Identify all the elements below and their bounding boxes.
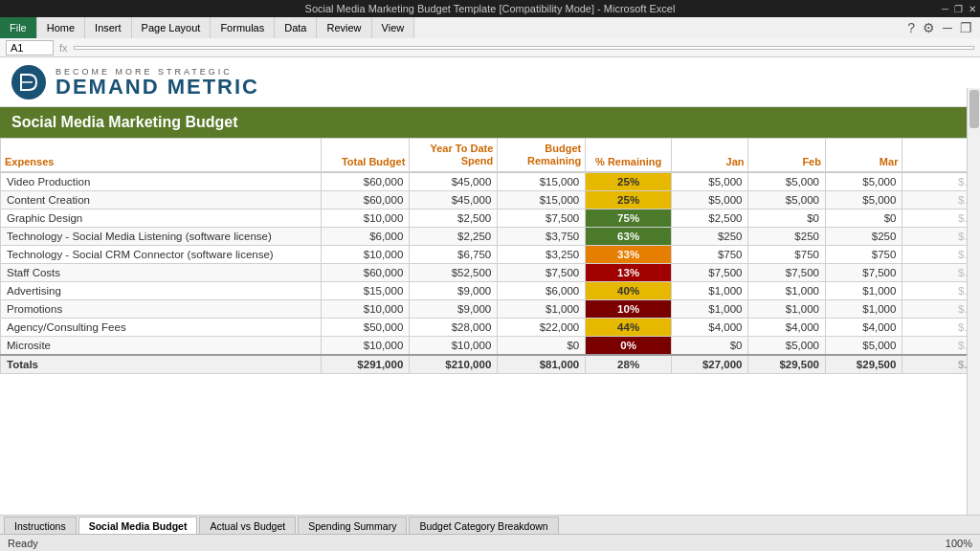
status-bar: Ready 100% xyxy=(0,534,980,551)
cell-mar: $5,000 xyxy=(825,191,902,209)
cell-feb: $1,000 xyxy=(748,300,825,319)
cell-ytd: $6,750 xyxy=(410,246,498,264)
tab-file[interactable]: File xyxy=(0,17,37,38)
cell-expense-name: Staff Costs xyxy=(1,264,322,282)
totals-ytd: $210,000 xyxy=(410,355,498,374)
sheet-tabs: InstructionsSocial Media BudgetActual vs… xyxy=(0,515,980,534)
close-icon[interactable]: ✕ xyxy=(969,4,976,14)
tab-review[interactable]: Review xyxy=(317,17,371,38)
tab-view[interactable]: View xyxy=(372,17,415,38)
cell-remaining: $15,000 xyxy=(498,172,586,191)
totals-mar: $29,500 xyxy=(825,355,902,374)
title-text: Social Media Marketing Budget Template [… xyxy=(305,3,676,14)
table-row[interactable]: Agency/Consulting Fees $50,000 $28,000 $… xyxy=(1,319,980,337)
tab-home[interactable]: Home xyxy=(37,17,85,38)
cell-ytd: $10,000 xyxy=(410,337,498,356)
cell-expense-name: Content Creation xyxy=(1,191,322,209)
title-bar: Social Media Marketing Budget Template [… xyxy=(0,0,980,17)
scrollbar-thumb[interactable] xyxy=(969,90,979,128)
cell-jan: $1,000 xyxy=(672,282,748,300)
cell-ref-box[interactable]: A1 xyxy=(6,40,54,55)
sheet-tab-social-media-budget[interactable]: Social Media Budget xyxy=(78,517,198,534)
cell-total: $10,000 xyxy=(322,300,410,319)
cell-jan: $5,000 xyxy=(672,191,748,209)
page-title: Social Media Marketing Budget xyxy=(0,107,980,138)
cell-remaining: $15,000 xyxy=(498,191,586,209)
totals-feb: $29,500 xyxy=(748,355,825,374)
ribbon-tabs: File Home Insert Page Layout Formulas Da… xyxy=(0,17,980,38)
header-expenses: Expenses xyxy=(1,139,322,173)
cell-remaining: $0 xyxy=(498,337,586,356)
sheet-tab-spending-summary[interactable]: Spending Summary xyxy=(298,517,407,534)
header-jan: Jan xyxy=(672,139,748,173)
header-pct-remaining: % Remaining xyxy=(586,139,672,173)
vertical-scrollbar[interactable] xyxy=(967,88,980,515)
cell-jan: $0 xyxy=(672,337,748,356)
cell-feb: $250 xyxy=(748,228,825,246)
cell-remaining: $1,000 xyxy=(498,300,586,319)
cell-pct: 10% xyxy=(586,300,672,319)
cell-pct: 40% xyxy=(586,282,672,300)
tab-formulas[interactable]: Formulas xyxy=(211,17,275,38)
cell-expense-name: Technology - Social CRM Connector (softw… xyxy=(1,246,322,264)
header-budget-remaining: BudgetRemaining xyxy=(498,139,586,173)
sheet-tab-instructions[interactable]: Instructions xyxy=(4,517,77,534)
totals-row: Totals $291,000 $210,000 $81,000 28% $27… xyxy=(1,355,980,374)
header-total-budget: Total Budget xyxy=(322,139,410,173)
table-row[interactable]: Technology - Social Media Listening (sof… xyxy=(1,228,980,246)
table-row[interactable]: Graphic Design $10,000 $2,500 $7,500 75%… xyxy=(1,209,980,228)
cell-mar: $7,500 xyxy=(825,264,902,282)
table-row[interactable]: Technology - Social CRM Connector (softw… xyxy=(1,246,980,264)
cell-mar: $750 xyxy=(825,246,902,264)
cell-remaining: $7,500 xyxy=(498,209,586,228)
table-row[interactable]: Microsite $10,000 $10,000 $0 0% $0 $5,00… xyxy=(1,337,980,356)
restore2-icon[interactable]: ❐ xyxy=(960,20,972,35)
table-row[interactable]: Staff Costs $60,000 $52,500 $7,500 13% $… xyxy=(1,264,980,282)
sheet-tab-actual-vs-budget[interactable]: Actual vs Budget xyxy=(199,517,296,534)
cell-ytd: $52,500 xyxy=(410,264,498,282)
table-row[interactable]: Video Production $60,000 $45,000 $15,000… xyxy=(1,172,980,191)
sheet-tab-budget-category-breakdown[interactable]: Budget Category Breakdown xyxy=(409,517,558,534)
cell-total: $10,000 xyxy=(322,209,410,228)
table-row[interactable]: Content Creation $60,000 $45,000 $15,000… xyxy=(1,191,980,209)
cell-total: $10,000 xyxy=(322,337,410,356)
formula-bar-input[interactable] xyxy=(74,46,974,50)
table-row[interactable]: Advertising $15,000 $9,000 $6,000 40% $1… xyxy=(1,282,980,300)
options-icon[interactable]: ⚙ xyxy=(923,20,935,35)
cell-mar: $5,000 xyxy=(825,172,902,191)
cell-total: $50,000 xyxy=(322,319,410,337)
cell-total: $6,000 xyxy=(322,228,410,246)
minimize2-icon[interactable]: ─ xyxy=(943,20,952,35)
help-icon[interactable]: ? xyxy=(907,20,915,35)
cell-feb: $4,000 xyxy=(748,319,825,337)
cell-pct: 33% xyxy=(586,246,672,264)
minimize-icon[interactable]: ─ xyxy=(942,4,948,14)
cell-pct: 13% xyxy=(586,264,672,282)
tab-data[interactable]: Data xyxy=(275,17,317,38)
cell-pct: 0% xyxy=(586,337,672,356)
cell-jan: $2,500 xyxy=(672,209,748,228)
restore-icon[interactable]: ❐ xyxy=(954,4,963,14)
totals-label: Totals xyxy=(1,355,322,374)
cell-feb: $5,000 xyxy=(748,172,825,191)
header-ytd-spend: Year To DateSpend xyxy=(410,139,498,173)
cell-expense-name: Graphic Design xyxy=(1,209,322,228)
spreadsheet: Expenses Total Budget Year To DateSpend … xyxy=(0,138,980,482)
zoom-level: 100% xyxy=(946,538,972,549)
cell-remaining: $3,250 xyxy=(498,246,586,264)
logo-name: DEMAND METRIC xyxy=(56,77,259,98)
cell-remaining: $7,500 xyxy=(498,264,586,282)
totals-jan: $27,000 xyxy=(672,355,748,374)
cell-pct: 75% xyxy=(586,209,672,228)
cell-ytd: $2,500 xyxy=(410,209,498,228)
cell-jan: $250 xyxy=(672,228,748,246)
tab-insert[interactable]: Insert xyxy=(85,17,132,38)
cell-total: $60,000 xyxy=(322,264,410,282)
window-controls[interactable]: ─ ❐ ✕ xyxy=(942,4,976,14)
cell-ytd: $2,250 xyxy=(410,228,498,246)
tab-page-layout[interactable]: Page Layout xyxy=(132,17,212,38)
totals-pct: 28% xyxy=(586,355,672,374)
formula-bar-icon: fx xyxy=(59,42,68,54)
table-row[interactable]: Promotions $10,000 $9,000 $1,000 10% $1,… xyxy=(1,300,980,319)
cell-expense-name: Microsite xyxy=(1,337,322,356)
